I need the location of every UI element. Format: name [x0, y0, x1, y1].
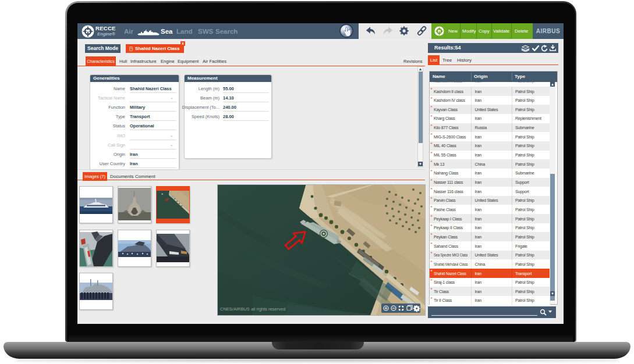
svg-text:CNES/AIRBUS all rights reserve: CNES/AIRBUS all rights reserved [220, 306, 285, 312]
svg-text:■: ■ [161, 192, 163, 195]
